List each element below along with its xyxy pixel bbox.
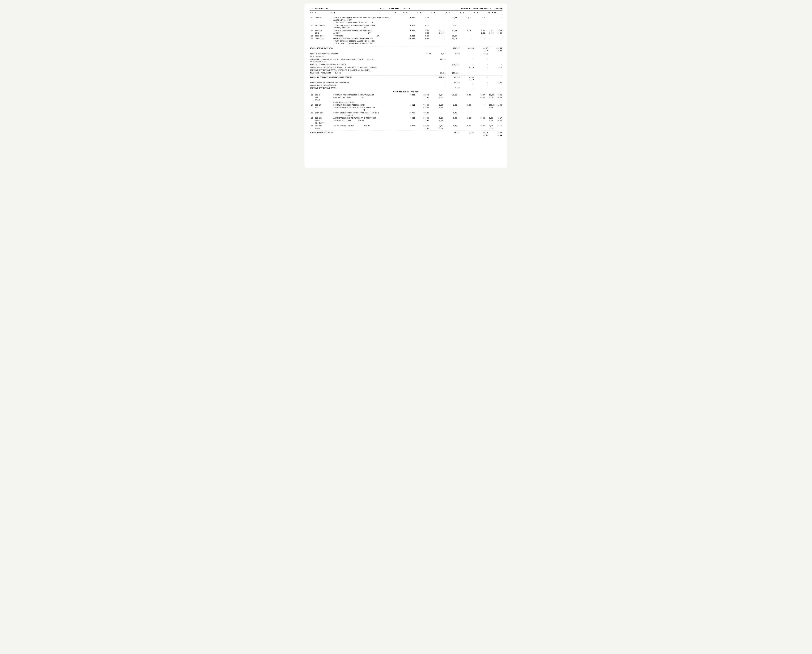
row17-num: 17 bbox=[310, 125, 314, 130]
row14-q: 0,013 bbox=[405, 104, 416, 112]
smetzp2-c10: - bbox=[477, 87, 488, 90]
row14-v5: 76,20 62,80 bbox=[418, 104, 429, 112]
row9-v9: - bbox=[475, 24, 486, 29]
row12-num: 12 bbox=[310, 37, 314, 45]
col-h4: 4 bbox=[402, 12, 405, 15]
planovye-c9: - bbox=[463, 72, 474, 75]
planovye-c8: (20,12) bbox=[449, 72, 460, 75]
col-h5: 5 bbox=[416, 12, 419, 15]
row9-q: 5,100 bbox=[405, 24, 416, 29]
row9-num: 9 bbox=[310, 24, 314, 29]
row8-sep2 bbox=[402, 17, 405, 24]
table-row: 8 C130-97 ВЕНТИЛИ ПРОХОДНЫЕ МУФТОВЫЕ 15К… bbox=[310, 17, 502, 24]
nuchp-c11: - bbox=[491, 63, 502, 66]
itogo1-c7: 178,07 bbox=[449, 47, 460, 52]
pusk-c9: 0,09 bbox=[449, 53, 460, 58]
col-h-sep3: 1 bbox=[419, 12, 430, 15]
pusk-c8: 0,84 bbox=[434, 53, 446, 58]
vsego-row: ВСЕГО ПО РАЗДЕЛУ САНТЕХНИЧЕСКИЕ РАБОТЫ 2… bbox=[310, 76, 502, 81]
row17-v10-11: 2,300,15 0,05 bbox=[488, 125, 502, 130]
itogo2-table: ИТОГО ПРЯМЫЕ ЗАТРАТЫ: 16,71 4,44 0,10 0,… bbox=[310, 131, 502, 137]
row11-v6: - bbox=[433, 35, 444, 38]
row16-v7: 3,26 bbox=[447, 117, 458, 124]
nuchp-c8: (28,78) bbox=[449, 63, 460, 66]
row12-v8: - bbox=[461, 37, 472, 45]
row15-v9: - bbox=[474, 112, 485, 117]
row14-v10-11: 120,001,56 0,06 bbox=[488, 104, 502, 112]
smetzp2-c8: 47,97 bbox=[449, 87, 460, 90]
col-h11: 1 11 bbox=[491, 12, 502, 15]
table-row: 15 С114-206 ХОЛСТ СТЕКЛОВОЛОКНИСТЫЙ ТУ21… bbox=[310, 112, 502, 117]
row14-v9: - bbox=[474, 104, 485, 112]
row16-v5: 54,40 1,96 bbox=[418, 117, 429, 124]
row16-v10-11: 2,000,17 0,100,01 bbox=[488, 117, 502, 124]
nuchp-c7: - bbox=[434, 63, 446, 66]
table-row: 14 Е26-174-4 ИЗОЛЯЦИЯ ГОРЯЩИХ ПОВЕРХНОСТ… bbox=[310, 104, 502, 112]
pusk-section: ПУСК И РЕГУЛИРОВКА СИСТЕМЫ ПО ПУНКТАМ 1-… bbox=[310, 53, 502, 75]
row10-q: 8,000 bbox=[405, 29, 416, 35]
norm-chistaya-c10: - bbox=[477, 81, 488, 84]
nakladnye-row: НАКЛАДНЫЕ РАСХОДЫ НА ВНУТР. САНТЕХНИЧЕСК… bbox=[310, 58, 502, 63]
itogo2-row: ИТОГО ПРЯМЫЕ ЗАТРАТЫ: 16,71 4,44 0,10 0,… bbox=[310, 131, 502, 137]
smetzp-c11: - bbox=[491, 69, 502, 72]
table-row: 13 Е26-72-7СРЦ.1 ИЗОЛЯЦИЯ ТРУБОПРОВОДОВ … bbox=[310, 94, 502, 104]
row8-v10: - bbox=[489, 17, 502, 24]
smetzp-c8: - bbox=[449, 69, 460, 72]
row8-desc: ВЕНТИЛИ ПРОХОДНЫЕ МУФТОВЫЕ 15КЧ18П1 ДЛЯ … bbox=[333, 17, 394, 24]
row16-code: Е13-16918-22К1= 2,000 bbox=[314, 117, 330, 124]
row8-code: C130-97 bbox=[314, 17, 330, 24]
row11-v10: -- bbox=[489, 35, 502, 38]
row14-v6: 0,15 0,05 bbox=[432, 104, 444, 112]
normtrud-c10: - bbox=[477, 66, 488, 69]
table-row: 16 Е13-16918-22К1= 2,000 АНТИКОРРОЗИЙНОЕ… bbox=[310, 117, 502, 124]
normtrud-c9: 4,28 bbox=[463, 66, 474, 69]
row17-v9: 0,01 bbox=[474, 125, 485, 130]
normtrud-row: НОРМАТИВНАЯ ТРУДОЁМКОСТЬ РАБОТ, УЧТЕННЫХ… bbox=[310, 66, 502, 69]
table-row: 9 C130-2305 КРЕПЛЕНИЯ ДЛЯ ТРУБОПРОВОДОВ/… bbox=[310, 24, 502, 29]
row16-v6: 0,28 0,08 bbox=[432, 117, 444, 124]
row16-q: 0,060 bbox=[405, 117, 416, 124]
row11-code: C130-2764 bbox=[314, 35, 330, 38]
row11-v9: - bbox=[475, 35, 486, 38]
col-h8: 8 bbox=[460, 12, 463, 15]
smetzp2-c9: - bbox=[463, 87, 474, 90]
row14-v8: 0,82 bbox=[460, 104, 471, 112]
itogo1-data: ИТОГО ПРЯМЫЕ ЗАТРАТЫ: 178,07 41,15 4,57 … bbox=[310, 47, 502, 52]
col-h2: 2 bbox=[314, 12, 330, 15]
row16-num: 16 bbox=[310, 117, 314, 124]
row9-v6: - bbox=[433, 24, 444, 29]
row17-q: 0,067 bbox=[405, 125, 416, 130]
itogo1-c9: 4,57 1,70 bbox=[477, 47, 488, 52]
row12-v6: - bbox=[433, 37, 444, 45]
object-info: ОБЪЕКТ 07 СМЕТА 004 ЛИСТ 2 10050/4 bbox=[461, 8, 502, 10]
planovye-c7: 16,21 bbox=[434, 72, 446, 75]
row13-num: 13 bbox=[310, 94, 314, 104]
row14-desc: ИЗОЛЯЦИЯ ГОРЯЩИХ ПОВЕРХНОСТЕЙ ТРУБОПРОВО… bbox=[333, 104, 394, 112]
row17-desc: ТО ЖЕ ЭМАЛЬБ ХВ-124 100 М2 bbox=[333, 125, 394, 130]
row13-v9: 0,07 0,02 bbox=[474, 94, 485, 104]
doc-id: Т.П. 802-5-79.88 bbox=[310, 8, 328, 10]
normtrud-c8: - bbox=[449, 66, 460, 69]
row12-v7: 13,76 bbox=[447, 37, 458, 45]
nakladnye-c10: - bbox=[477, 58, 488, 63]
col-h3: 3 bbox=[333, 12, 395, 15]
col-h-unit: 1 bbox=[395, 12, 402, 15]
col-h-sep2: 1 bbox=[405, 12, 416, 15]
norm-trud2-c7: - bbox=[434, 84, 446, 87]
row12-desc: ФЛАНЦЫ СТАЛЬНЫЕ ПЛОСКИЕ ПРИВАРНЫЕ ИЗ СТА… bbox=[333, 37, 394, 45]
row15-v6: - bbox=[432, 112, 444, 117]
col-h-sep5: 1 bbox=[449, 12, 460, 15]
row12-q: 16,000 bbox=[405, 37, 416, 45]
pusk-c11: 3,16 bbox=[477, 53, 488, 58]
page-header: Т.П. 802-5-79.88 -4|- КОМПЛЕКС 24/12 ОБЪ… bbox=[310, 8, 502, 10]
col-h-sep7: 1 bbox=[477, 12, 488, 15]
row9-code: C130-2305 bbox=[314, 24, 330, 29]
table-row: 17 Е13-15618-12 ТО ЖЕ ЭМАЛЬБ ХВ-124 100 … bbox=[310, 125, 502, 130]
top-divider bbox=[310, 10, 502, 11]
row15-v7: 1,19 bbox=[447, 112, 458, 117]
nakladnye-label: НАКЛАДНЫЕ РАСХОДЫ НА ВНУТР. САНТЕХНИЧЕСК… bbox=[310, 58, 431, 63]
row8-num: 8 bbox=[310, 17, 314, 24]
row13-code: Е26-72-7СРЦ.1 bbox=[314, 94, 330, 104]
row13-v6: 0,24 0,07 bbox=[432, 94, 444, 104]
itogo1-c11: 60,58 2,47 bbox=[491, 47, 502, 52]
